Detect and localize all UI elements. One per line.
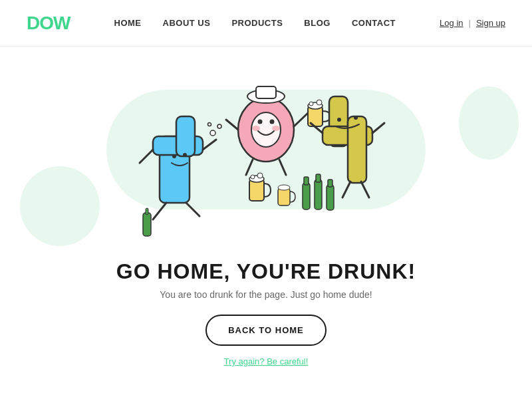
svg-line-7 xyxy=(153,203,166,219)
try-again-link[interactable]: Try again? Be careful! xyxy=(116,356,416,366)
back-to-home-button[interactable]: BACK TO HOME xyxy=(205,315,327,346)
header: DOW HOME ABOUT US PRODUCTS BLOG CONTACT … xyxy=(0,0,532,47)
svg-line-6 xyxy=(203,140,216,150)
svg-point-33 xyxy=(337,118,341,122)
login-link[interactable]: Log in xyxy=(440,18,463,28)
svg-rect-45 xyxy=(303,183,310,209)
svg-point-3 xyxy=(172,154,176,158)
svg-line-5 xyxy=(140,150,153,163)
svg-line-28 xyxy=(246,160,253,175)
nav-blog[interactable]: BLOG xyxy=(304,18,331,28)
svg-rect-49 xyxy=(327,185,334,210)
svg-point-16 xyxy=(258,120,263,124)
404-illustration xyxy=(126,57,406,243)
svg-point-41 xyxy=(251,175,255,179)
svg-point-18 xyxy=(252,126,260,131)
nav-products[interactable]: PRODUCTS xyxy=(231,18,283,28)
nav-contact[interactable]: CONTACT xyxy=(352,18,396,28)
svg-line-22 xyxy=(226,120,238,130)
svg-rect-10 xyxy=(146,208,148,215)
nav-home[interactable]: HOME xyxy=(114,18,142,28)
auth-separator: | xyxy=(469,18,471,28)
svg-line-38 xyxy=(361,182,369,198)
text-content: GO HOME, YOU'RE DRUNK! You are too drunk… xyxy=(116,259,416,366)
svg-line-8 xyxy=(186,203,200,216)
svg-point-19 xyxy=(272,126,280,131)
svg-line-37 xyxy=(342,182,350,198)
svg-point-34 xyxy=(354,116,358,120)
svg-point-26 xyxy=(309,102,313,106)
svg-line-23 xyxy=(294,113,308,126)
error-title: GO HOME, YOU'RE DRUNK! xyxy=(116,259,416,284)
svg-rect-47 xyxy=(315,180,322,209)
svg-point-42 xyxy=(257,173,263,178)
left-four xyxy=(140,116,221,236)
signup-link[interactable]: Sign up xyxy=(476,18,505,28)
error-subtitle: You are too drunk for the page. Just go … xyxy=(116,289,416,300)
svg-rect-9 xyxy=(143,213,151,236)
svg-rect-43 xyxy=(278,188,290,205)
auth-links: Log in | Sign up xyxy=(440,18,505,28)
svg-point-13 xyxy=(208,123,211,126)
illustration-area xyxy=(0,47,532,253)
beer-mug-small xyxy=(278,185,295,205)
main-nav: HOME ABOUT US PRODUCTS BLOG CONTACT xyxy=(114,18,396,28)
nav-about[interactable]: ABOUT US xyxy=(163,18,211,28)
center-zero xyxy=(226,86,331,175)
svg-rect-46 xyxy=(304,177,309,185)
svg-point-12 xyxy=(217,124,221,128)
svg-rect-21 xyxy=(256,86,276,98)
svg-rect-2 xyxy=(176,116,195,156)
main-content: GO HOME, YOU'RE DRUNK! You are too drunk… xyxy=(0,47,532,366)
blob-left xyxy=(20,166,100,246)
svg-point-11 xyxy=(210,130,215,136)
svg-rect-48 xyxy=(316,174,321,182)
svg-point-4 xyxy=(183,153,187,157)
svg-line-36 xyxy=(372,123,384,133)
svg-line-29 xyxy=(279,160,286,175)
bottles-ground xyxy=(303,174,334,210)
svg-point-17 xyxy=(270,120,275,124)
blob-right xyxy=(459,86,519,160)
beer-mug-ground xyxy=(249,173,271,201)
svg-rect-39 xyxy=(249,180,264,201)
logo[interactable]: DOW xyxy=(27,13,70,34)
svg-rect-50 xyxy=(328,180,332,187)
svg-rect-32 xyxy=(348,116,366,183)
svg-point-44 xyxy=(278,185,290,190)
svg-point-27 xyxy=(317,100,322,105)
